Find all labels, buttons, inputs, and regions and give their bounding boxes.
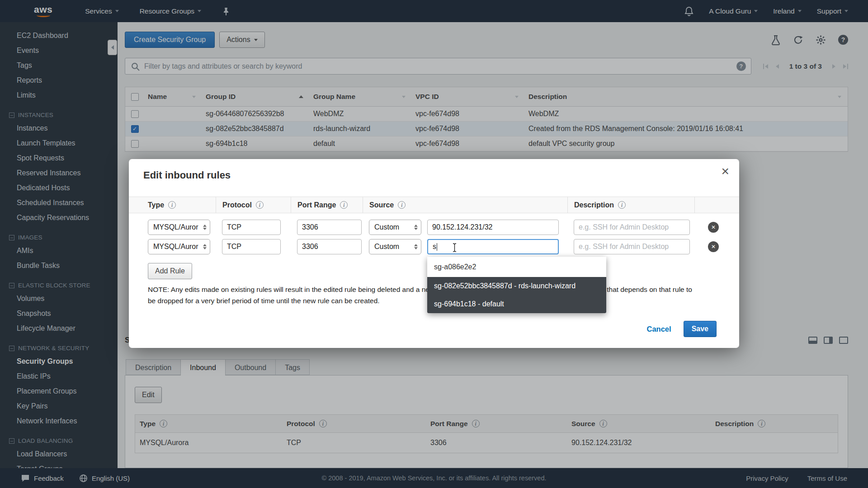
column-label: Port Range: [297, 201, 336, 209]
source-input[interactable]: [427, 220, 559, 235]
info-icon[interactable]: i: [398, 201, 406, 209]
source-mode-select[interactable]: Custom: [369, 220, 421, 235]
source-input-focused[interactable]: s: [427, 239, 559, 254]
modal-note-text: NOTE: Any edits made on existing rules w…: [148, 284, 698, 306]
source-autocomplete-dropdown: sg-a086e2e2 sg-082e52bbc3845887d - rds-l…: [427, 257, 606, 313]
select-spinner-icon: [203, 225, 207, 230]
column-label: Protocol: [222, 201, 252, 209]
protocol-input[interactable]: [222, 220, 281, 235]
column-label: Type: [148, 201, 164, 209]
source-mode-select[interactable]: Custom: [369, 239, 421, 254]
port-range-input[interactable]: [297, 220, 362, 235]
cancel-button[interactable]: Cancel: [647, 325, 671, 333]
source-input-value: s: [433, 243, 436, 251]
inbound-rule-row-1: MYSQL/Auror Custom ✕: [129, 220, 739, 235]
text-caret: [437, 243, 437, 251]
inbound-rule-row-2: MYSQL/Auror Custom s ✕: [129, 239, 739, 254]
save-button[interactable]: Save: [684, 321, 717, 337]
info-icon[interactable]: i: [256, 201, 264, 209]
modal-close-icon[interactable]: ×: [721, 164, 729, 178]
info-icon[interactable]: i: [618, 201, 626, 209]
edit-inbound-rules-modal: Edit inbound rules × Typei Protocoli Por…: [129, 159, 739, 348]
text-cursor-icon: [452, 243, 458, 253]
delete-rule-button[interactable]: ✕: [708, 241, 719, 252]
info-icon[interactable]: i: [340, 201, 348, 209]
select-spinner-icon: [414, 244, 418, 249]
protocol-input[interactable]: [222, 239, 281, 254]
modal-title: Edit inbound rules: [143, 169, 231, 181]
autocomplete-option-2[interactable]: sg-082e52bbc3845887d - rds-launch-wizard: [427, 277, 606, 295]
description-input[interactable]: [574, 239, 690, 254]
description-input[interactable]: [574, 220, 690, 235]
column-label: Source: [369, 201, 394, 209]
select-spinner-icon: [203, 244, 207, 249]
modal-column-headers: Typei Protocoli Port Rangei Sourcei Desc…: [129, 197, 739, 213]
select-spinner-icon: [414, 225, 418, 230]
column-label: Description: [574, 201, 614, 209]
port-range-input[interactable]: [297, 239, 362, 254]
autocomplete-option-3[interactable]: sg-694b1c18 - default: [427, 295, 606, 313]
delete-rule-button[interactable]: ✕: [708, 222, 719, 233]
type-select[interactable]: MYSQL/Auror: [148, 239, 210, 254]
info-icon[interactable]: i: [168, 201, 176, 209]
type-select[interactable]: MYSQL/Auror: [148, 220, 210, 235]
add-rule-button[interactable]: Add Rule: [148, 263, 192, 279]
autocomplete-option-1[interactable]: sg-a086e2e2: [427, 257, 606, 277]
